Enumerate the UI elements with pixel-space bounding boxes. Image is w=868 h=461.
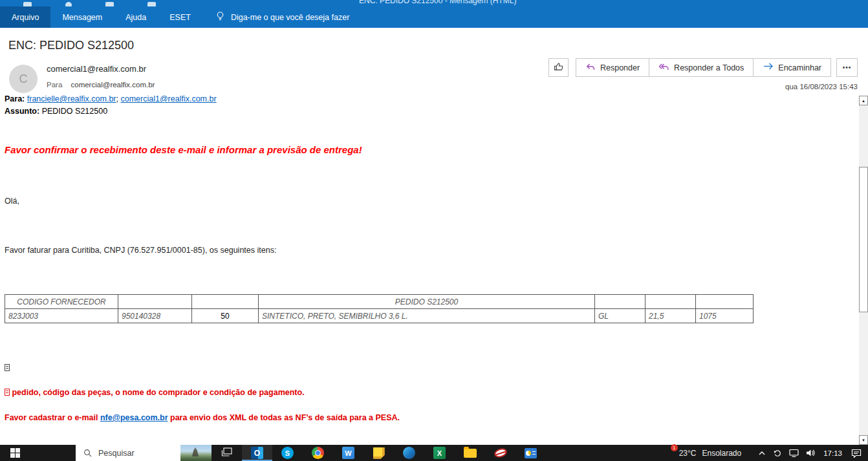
cell-preco: 21,5 bbox=[646, 309, 696, 323]
tell-me-label: Diga-me o que você deseja fazer bbox=[231, 13, 349, 22]
taskbar-excel-button[interactable]: X bbox=[424, 445, 455, 461]
recipient-line: Para comercial@realfix.com.br bbox=[47, 81, 155, 89]
reply-button[interactable]: Responder bbox=[576, 59, 649, 76]
weather-widget[interactable]: 1 23°C Ensolarado bbox=[662, 447, 742, 459]
message-actions: Responder Responder a Todos Encaminhar •… bbox=[548, 58, 858, 77]
network-icon[interactable] bbox=[789, 449, 799, 457]
taskbar-outlook-button[interactable]: O bbox=[242, 445, 272, 461]
tab-mensagem[interactable]: Mensagem bbox=[50, 6, 114, 28]
vertical-scrollbar[interactable]: ▲ ▼ bbox=[859, 96, 868, 445]
header-empty-1 bbox=[118, 295, 192, 309]
tray-icons bbox=[758, 449, 816, 458]
confirmation-alert-text: Favor confirmar o recebimento deste e-ma… bbox=[5, 144, 362, 155]
lightbulb-icon bbox=[215, 11, 225, 23]
like-button[interactable] bbox=[548, 58, 569, 77]
edge-icon bbox=[403, 447, 415, 459]
missing-glyph-box bbox=[5, 389, 10, 396]
cell-codigo: 823J003 bbox=[5, 309, 118, 323]
assunto-label: Assunto: bbox=[5, 107, 39, 116]
folder-icon bbox=[464, 449, 477, 458]
payment-note-text: pedido, código das peças, o nome do comp… bbox=[5, 388, 305, 397]
cell-quantidade: 50 bbox=[192, 309, 259, 323]
bing-daily-image[interactable] bbox=[180, 445, 212, 461]
taskbar-file-explorer-button[interactable] bbox=[455, 445, 485, 461]
header-pedido: PEDIDO S212500 bbox=[259, 295, 595, 309]
taskbar-edge-button[interactable] bbox=[394, 445, 424, 461]
sent-timestamp: qua 16/08/2023 15:43 bbox=[785, 83, 858, 91]
show-hidden-icons-chevron[interactable] bbox=[758, 451, 766, 456]
taskbar-search-box[interactable]: Pesquisar bbox=[76, 445, 212, 461]
order-table-header-row: CODIGO FORNECEDOR PEDIDO S212500 bbox=[5, 295, 754, 309]
blue-app-icon bbox=[525, 448, 537, 458]
taskbar-chrome-button[interactable] bbox=[303, 445, 333, 461]
outlook-icon: O bbox=[251, 447, 263, 459]
sticky-notes-icon bbox=[373, 447, 385, 459]
weather-temperature: 23°C bbox=[679, 449, 697, 458]
header-empty-3 bbox=[595, 295, 646, 309]
windows-taskbar: Pesquisar O S W X bbox=[0, 445, 868, 461]
taskbar-word-button[interactable]: W bbox=[333, 445, 363, 461]
nfe-email-link[interactable]: nfe@pesa.com.br bbox=[100, 413, 168, 422]
email-subject: ENC: PEDIDO S212500 bbox=[8, 39, 134, 52]
undo-icon[interactable] bbox=[65, 2, 72, 6]
scrollbar-thumb[interactable] bbox=[859, 167, 868, 312]
tab-arquivo[interactable]: Arquivo bbox=[0, 6, 50, 28]
start-button[interactable] bbox=[0, 445, 30, 461]
customize-toolbar-icon[interactable] bbox=[147, 2, 156, 6]
redo-icon[interactable] bbox=[105, 2, 114, 6]
order-table: CODIGO FORNECEDOR PEDIDO S212500 823J003… bbox=[5, 294, 754, 323]
action-center-button[interactable] bbox=[851, 449, 862, 458]
task-view-button[interactable] bbox=[212, 445, 242, 461]
header-empty-2 bbox=[192, 295, 259, 309]
ribbon-tab-bar: Arquivo Mensagem Ajuda ESET Diga-me o qu… bbox=[0, 6, 868, 28]
forward-icon bbox=[763, 63, 774, 73]
save-icon[interactable] bbox=[23, 2, 32, 6]
search-placeholder: Pesquisar bbox=[98, 449, 135, 458]
para-recipient-link-2[interactable]: comercial1@realfix.com.br bbox=[120, 94, 216, 103]
para-label: Para: bbox=[5, 94, 25, 103]
taskbar-clock[interactable]: 17:13 bbox=[823, 449, 842, 457]
taskbar-app-red-button[interactable] bbox=[485, 445, 515, 461]
cell-codigo-interno: 950140328 bbox=[118, 309, 192, 323]
scroll-down-button[interactable]: ▼ bbox=[859, 435, 868, 445]
reply-all-button[interactable]: Responder a Todos bbox=[649, 59, 753, 76]
taskbar-skype-button[interactable]: S bbox=[272, 445, 303, 461]
scroll-up-button[interactable]: ▲ bbox=[859, 96, 868, 105]
skype-icon: S bbox=[281, 447, 294, 459]
sender-avatar[interactable]: C bbox=[9, 65, 38, 93]
outlook-window: ENC: PEDIDO S212500 - Mensagem (HTML) Ar… bbox=[0, 0, 868, 461]
tab-ajuda[interactable]: Ajuda bbox=[114, 6, 158, 28]
to-value[interactable]: comercial@realfix.com.br bbox=[71, 81, 155, 89]
sender-address[interactable]: comercial1@realfix.com.br bbox=[47, 64, 146, 74]
payment-note-body: pedido, código das peças, o nome do comp… bbox=[10, 388, 305, 397]
forward-label: Encaminhar bbox=[778, 63, 821, 72]
invoice-instruction-text: Favor faturar para Curitiba, CNPJ (76.52… bbox=[5, 246, 276, 255]
tell-me-search[interactable]: Diga-me o que você deseja fazer bbox=[215, 6, 349, 28]
taskbar-app-blue-button[interactable] bbox=[515, 445, 546, 461]
window-titlebar: ENC: PEDIDO S212500 - Mensagem (HTML) bbox=[0, 0, 868, 6]
reply-label: Responder bbox=[600, 63, 640, 72]
reply-all-label: Responder a Todos bbox=[674, 63, 744, 72]
task-view-icon bbox=[221, 447, 232, 459]
forward-assunto-line: Assunto: PEDIDO S212500 bbox=[5, 107, 107, 116]
taskbar-notes-button[interactable] bbox=[363, 445, 394, 461]
assunto-value: PEDIDO S212500 bbox=[42, 107, 107, 116]
chrome-icon bbox=[312, 447, 324, 459]
sync-icon[interactable] bbox=[773, 449, 782, 458]
forward-button[interactable]: Encaminhar bbox=[753, 59, 830, 76]
search-icon bbox=[83, 449, 92, 457]
cell-descricao: SINTETICO, PRETO, SEMIBRILHO 3,6 L. bbox=[259, 309, 595, 323]
weather-condition: Ensolarado bbox=[702, 449, 742, 458]
volume-icon[interactable] bbox=[806, 449, 816, 457]
tab-eset[interactable]: ESET bbox=[158, 6, 202, 28]
windows-logo-icon bbox=[10, 448, 20, 458]
cell-unidade: GL bbox=[595, 309, 646, 323]
window-title: ENC: PEDIDO S212500 - Mensagem (HTML) bbox=[359, 0, 516, 5]
reply-all-icon bbox=[658, 62, 669, 74]
more-actions-button[interactable]: ••• bbox=[836, 58, 858, 77]
para-recipient-link-1[interactable]: francielle@realfix.com.br bbox=[27, 94, 116, 103]
header-empty-5 bbox=[696, 295, 754, 309]
header-empty-4 bbox=[646, 295, 696, 309]
action-center-icon bbox=[851, 449, 862, 458]
thumbs-up-icon bbox=[553, 61, 563, 74]
